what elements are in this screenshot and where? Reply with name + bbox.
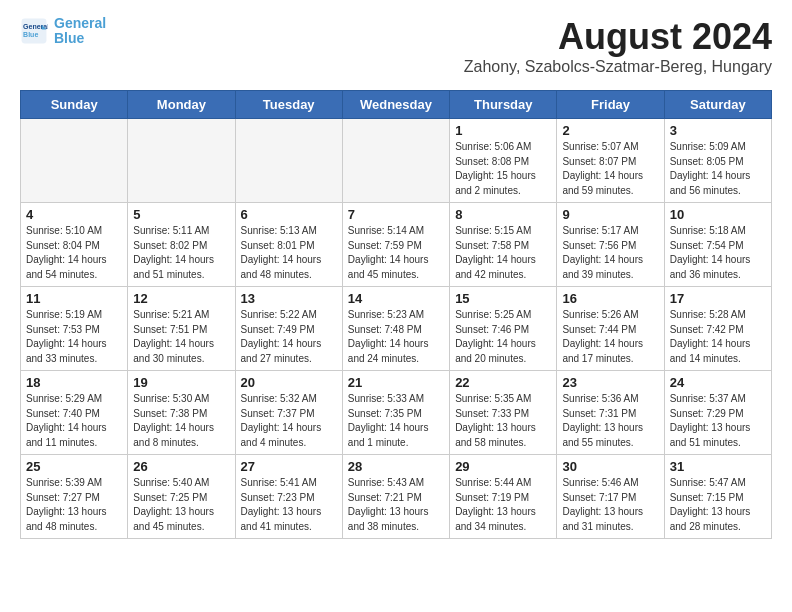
day-info: Sunrise: 5:47 AM Sunset: 7:15 PM Dayligh… [670,476,766,534]
weekday-header-wednesday: Wednesday [342,91,449,119]
day-info: Sunrise: 5:33 AM Sunset: 7:35 PM Dayligh… [348,392,444,450]
calendar-cell: 3Sunrise: 5:09 AM Sunset: 8:05 PM Daylig… [664,119,771,203]
logo-text: General Blue [54,16,106,47]
calendar-week-5: 25Sunrise: 5:39 AM Sunset: 7:27 PM Dayli… [21,455,772,539]
svg-text:Blue: Blue [23,32,38,39]
day-info: Sunrise: 5:13 AM Sunset: 8:01 PM Dayligh… [241,224,337,282]
day-number: 16 [562,291,658,306]
day-number: 31 [670,459,766,474]
calendar-week-1: 1Sunrise: 5:06 AM Sunset: 8:08 PM Daylig… [21,119,772,203]
day-info: Sunrise: 5:21 AM Sunset: 7:51 PM Dayligh… [133,308,229,366]
logo: General Blue General Blue [20,16,106,47]
day-info: Sunrise: 5:15 AM Sunset: 7:58 PM Dayligh… [455,224,551,282]
day-number: 11 [26,291,122,306]
day-info: Sunrise: 5:41 AM Sunset: 7:23 PM Dayligh… [241,476,337,534]
day-info: Sunrise: 5:26 AM Sunset: 7:44 PM Dayligh… [562,308,658,366]
calendar-cell: 23Sunrise: 5:36 AM Sunset: 7:31 PM Dayli… [557,371,664,455]
day-info: Sunrise: 5:06 AM Sunset: 8:08 PM Dayligh… [455,140,551,198]
day-info: Sunrise: 5:11 AM Sunset: 8:02 PM Dayligh… [133,224,229,282]
calendar-cell [21,119,128,203]
day-number: 21 [348,375,444,390]
day-number: 26 [133,459,229,474]
day-number: 29 [455,459,551,474]
calendar-cell: 8Sunrise: 5:15 AM Sunset: 7:58 PM Daylig… [450,203,557,287]
calendar-cell: 30Sunrise: 5:46 AM Sunset: 7:17 PM Dayli… [557,455,664,539]
day-number: 1 [455,123,551,138]
calendar-cell [128,119,235,203]
calendar-cell: 24Sunrise: 5:37 AM Sunset: 7:29 PM Dayli… [664,371,771,455]
day-number: 8 [455,207,551,222]
day-info: Sunrise: 5:18 AM Sunset: 7:54 PM Dayligh… [670,224,766,282]
weekday-header-monday: Monday [128,91,235,119]
calendar-cell [342,119,449,203]
calendar-cell: 25Sunrise: 5:39 AM Sunset: 7:27 PM Dayli… [21,455,128,539]
calendar-week-2: 4Sunrise: 5:10 AM Sunset: 8:04 PM Daylig… [21,203,772,287]
day-number: 2 [562,123,658,138]
day-info: Sunrise: 5:29 AM Sunset: 7:40 PM Dayligh… [26,392,122,450]
day-info: Sunrise: 5:10 AM Sunset: 8:04 PM Dayligh… [26,224,122,282]
calendar-cell: 28Sunrise: 5:43 AM Sunset: 7:21 PM Dayli… [342,455,449,539]
day-info: Sunrise: 5:43 AM Sunset: 7:21 PM Dayligh… [348,476,444,534]
calendar-subtitle: Zahony, Szabolcs-Szatmar-Bereg, Hungary [464,58,772,76]
calendar-cell: 18Sunrise: 5:29 AM Sunset: 7:40 PM Dayli… [21,371,128,455]
day-info: Sunrise: 5:22 AM Sunset: 7:49 PM Dayligh… [241,308,337,366]
day-number: 3 [670,123,766,138]
day-number: 6 [241,207,337,222]
day-info: Sunrise: 5:35 AM Sunset: 7:33 PM Dayligh… [455,392,551,450]
day-number: 14 [348,291,444,306]
day-info: Sunrise: 5:17 AM Sunset: 7:56 PM Dayligh… [562,224,658,282]
day-number: 10 [670,207,766,222]
title-section: August 2024 Zahony, Szabolcs-Szatmar-Ber… [464,16,772,76]
day-info: Sunrise: 5:30 AM Sunset: 7:38 PM Dayligh… [133,392,229,450]
day-number: 22 [455,375,551,390]
calendar-cell: 15Sunrise: 5:25 AM Sunset: 7:46 PM Dayli… [450,287,557,371]
day-number: 17 [670,291,766,306]
calendar-cell: 21Sunrise: 5:33 AM Sunset: 7:35 PM Dayli… [342,371,449,455]
calendar-cell: 20Sunrise: 5:32 AM Sunset: 7:37 PM Dayli… [235,371,342,455]
calendar-cell: 27Sunrise: 5:41 AM Sunset: 7:23 PM Dayli… [235,455,342,539]
weekday-header-saturday: Saturday [664,91,771,119]
logo-icon: General Blue [20,17,48,45]
calendar-cell: 1Sunrise: 5:06 AM Sunset: 8:08 PM Daylig… [450,119,557,203]
calendar-title: August 2024 [464,16,772,58]
calendar-cell: 6Sunrise: 5:13 AM Sunset: 8:01 PM Daylig… [235,203,342,287]
calendar-cell: 31Sunrise: 5:47 AM Sunset: 7:15 PM Dayli… [664,455,771,539]
day-number: 28 [348,459,444,474]
day-info: Sunrise: 5:40 AM Sunset: 7:25 PM Dayligh… [133,476,229,534]
day-number: 5 [133,207,229,222]
day-info: Sunrise: 5:36 AM Sunset: 7:31 PM Dayligh… [562,392,658,450]
day-number: 27 [241,459,337,474]
day-info: Sunrise: 5:25 AM Sunset: 7:46 PM Dayligh… [455,308,551,366]
day-info: Sunrise: 5:19 AM Sunset: 7:53 PM Dayligh… [26,308,122,366]
day-number: 24 [670,375,766,390]
calendar-cell: 22Sunrise: 5:35 AM Sunset: 7:33 PM Dayli… [450,371,557,455]
calendar-cell: 4Sunrise: 5:10 AM Sunset: 8:04 PM Daylig… [21,203,128,287]
calendar-cell: 7Sunrise: 5:14 AM Sunset: 7:59 PM Daylig… [342,203,449,287]
day-info: Sunrise: 5:28 AM Sunset: 7:42 PM Dayligh… [670,308,766,366]
day-number: 30 [562,459,658,474]
calendar-cell [235,119,342,203]
calendar-cell: 11Sunrise: 5:19 AM Sunset: 7:53 PM Dayli… [21,287,128,371]
day-number: 19 [133,375,229,390]
day-info: Sunrise: 5:46 AM Sunset: 7:17 PM Dayligh… [562,476,658,534]
weekday-header-tuesday: Tuesday [235,91,342,119]
day-info: Sunrise: 5:39 AM Sunset: 7:27 PM Dayligh… [26,476,122,534]
calendar-header: SundayMondayTuesdayWednesdayThursdayFrid… [21,91,772,119]
day-info: Sunrise: 5:32 AM Sunset: 7:37 PM Dayligh… [241,392,337,450]
calendar-cell: 2Sunrise: 5:07 AM Sunset: 8:07 PM Daylig… [557,119,664,203]
calendar-table: SundayMondayTuesdayWednesdayThursdayFrid… [20,90,772,539]
calendar-cell: 19Sunrise: 5:30 AM Sunset: 7:38 PM Dayli… [128,371,235,455]
day-number: 13 [241,291,337,306]
day-info: Sunrise: 5:14 AM Sunset: 7:59 PM Dayligh… [348,224,444,282]
calendar-week-4: 18Sunrise: 5:29 AM Sunset: 7:40 PM Dayli… [21,371,772,455]
day-info: Sunrise: 5:23 AM Sunset: 7:48 PM Dayligh… [348,308,444,366]
calendar-body: 1Sunrise: 5:06 AM Sunset: 8:08 PM Daylig… [21,119,772,539]
weekday-row: SundayMondayTuesdayWednesdayThursdayFrid… [21,91,772,119]
logo-line2: Blue [54,30,84,46]
calendar-cell: 10Sunrise: 5:18 AM Sunset: 7:54 PM Dayli… [664,203,771,287]
day-info: Sunrise: 5:07 AM Sunset: 8:07 PM Dayligh… [562,140,658,198]
calendar-cell: 9Sunrise: 5:17 AM Sunset: 7:56 PM Daylig… [557,203,664,287]
calendar-cell: 16Sunrise: 5:26 AM Sunset: 7:44 PM Dayli… [557,287,664,371]
day-number: 18 [26,375,122,390]
logo-line1: General [54,15,106,31]
